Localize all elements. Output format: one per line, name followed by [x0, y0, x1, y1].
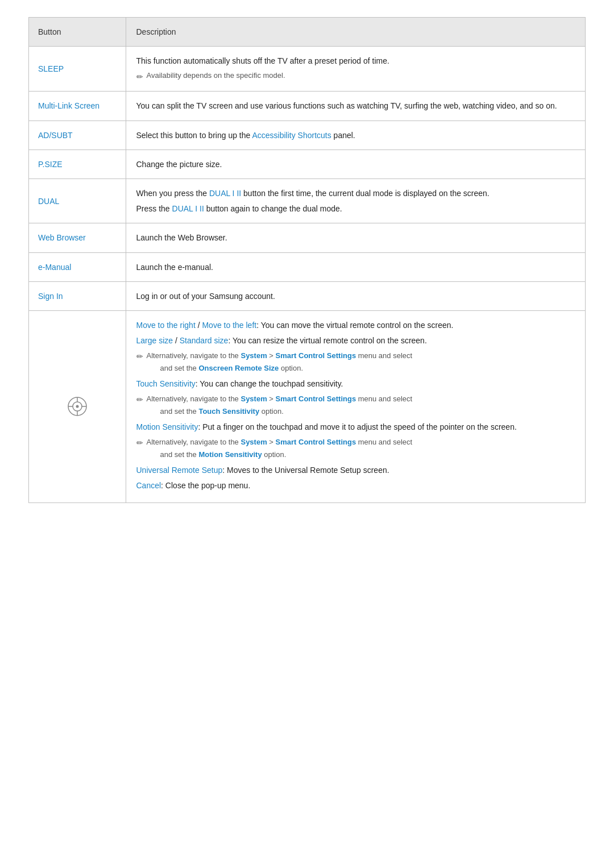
note-line-2: ✏ Alternatively, navigate to the System …: [136, 393, 575, 417]
touch-sensitivity-rest: : You can change the touchpad sensitivit…: [196, 379, 343, 388]
smart-control-link-3[interactable]: Smart Control Settings: [276, 438, 356, 446]
desc-multilink: You can split the TV screen and use vari…: [136, 99, 575, 112]
large-standard-size-line: Large size / Standard size: You can resi…: [136, 334, 575, 347]
button-label-sleep[interactable]: SLEEP: [38, 64, 64, 73]
button-label-webbrowser[interactable]: Web Browser: [38, 233, 86, 242]
desc-webbrowser: Launch the Web Browser.: [136, 231, 575, 244]
cancel-rest: : Close the pop-up menu.: [161, 481, 250, 490]
standard-size-link[interactable]: Standard size: [180, 336, 229, 345]
system-link-3[interactable]: System: [240, 438, 267, 446]
desc-sleep: This function automatically shuts off th…: [136, 55, 575, 83]
svg-point-2: [76, 405, 78, 408]
main-table: Button Description SLEEP This function a…: [28, 17, 586, 503]
touch-sensitivity-line: Touch Sensitivity: You can change the to…: [136, 377, 575, 391]
note-line-1: ✏ Alternatively, navigate to the System …: [136, 350, 575, 374]
desc-text-pre: Select this button to bring up the: [136, 131, 252, 140]
universal-remote-setup-rest: : Moves to the Universal Remote Setup sc…: [222, 466, 389, 475]
note-2-text: Alternatively, navigate to the System > …: [147, 393, 413, 417]
dual-ii-link-1[interactable]: DUAL I II: [209, 189, 241, 198]
note-1-indent: and set the Onscreen Remote Size option.: [160, 364, 304, 372]
note-1-text: Alternatively, navigate to the System > …: [147, 350, 413, 374]
desc-dual-line1: When you press the DUAL I II button the …: [136, 187, 575, 200]
desc-text: This function automatically shuts off th…: [136, 55, 575, 67]
desc-signin: Log in or out of your Samsung account.: [136, 290, 575, 302]
note-icon-3: ✏: [136, 437, 143, 450]
desc-dual-line2: Press the DUAL I II button again to chan…: [136, 202, 575, 215]
note-3-text: Alternatively, navigate to the System > …: [147, 436, 413, 460]
button-label-adsubt[interactable]: AD/SUBT: [38, 131, 73, 140]
move-right-link[interactable]: Move to the right: [136, 321, 196, 330]
note-2-indent: and set the Touch Sensitivity option.: [160, 407, 284, 416]
table-row: DUAL When you press the DUAL I II button…: [29, 179, 585, 223]
motion-sensitivity-option-link[interactable]: Motion Sensitivity: [198, 450, 262, 459]
table-row: Web Browser Launch the Web Browser.: [29, 223, 585, 252]
desc-text-post: panel.: [331, 131, 355, 140]
motion-sensitivity-link[interactable]: Motion Sensitivity: [136, 422, 198, 431]
motion-sensitivity-rest: : Put a finger on the touchpad and move …: [198, 422, 516, 431]
dual-ii-link-2[interactable]: DUAL I II: [172, 204, 204, 213]
move-line-rest: : You can move the virtual remote contro…: [256, 321, 453, 330]
touch-sensitivity-link[interactable]: Touch Sensitivity: [136, 379, 196, 388]
col-header-button: Button: [29, 18, 126, 47]
button-label-psize[interactable]: P.SIZE: [38, 160, 63, 169]
button-label-emanual[interactable]: e-Manual: [38, 263, 71, 272]
note-line-3: ✏ Alternatively, navigate to the System …: [136, 436, 575, 460]
slash-sep-1: /: [196, 321, 202, 330]
table-row: P.SIZE Change the picture size.: [29, 149, 585, 178]
large-size-link[interactable]: Large size: [136, 336, 173, 345]
move-right-left-line: Move to the right / Move to the left: Yo…: [136, 319, 575, 332]
desc-dual: When you press the DUAL I II button the …: [136, 187, 575, 215]
button-label-multilink[interactable]: Multi-Link Screen: [38, 101, 99, 110]
table-row: SLEEP This function automatically shuts …: [29, 47, 585, 92]
note-icon-1: ✏: [136, 350, 143, 363]
desc-emanual: Launch the e-manual.: [136, 261, 575, 273]
touch-sensitivity-option-link[interactable]: Touch Sensitivity: [198, 407, 259, 416]
onscreen-remote-size-link[interactable]: Onscreen Remote Size: [198, 364, 279, 372]
cancel-line: Cancel: Close the pop-up menu.: [136, 479, 575, 492]
slash-sep-2: /: [173, 336, 180, 345]
button-label-dual[interactable]: DUAL: [38, 197, 59, 206]
universal-remote-setup-line: Universal Remote Setup: Moves to the Uni…: [136, 464, 575, 477]
note-line: ✏ Availability depends on the specific m…: [136, 70, 575, 83]
note-text: Availability depends on the specific mod…: [147, 70, 285, 82]
table-row: Multi-Link Screen You can split the TV s…: [29, 92, 585, 121]
note-3-indent: and set the Motion Sensitivity option.: [160, 450, 287, 459]
universal-remote-setup-link[interactable]: Universal Remote Setup: [136, 466, 223, 475]
col-header-desc: Description: [126, 18, 585, 47]
system-link-1[interactable]: System: [240, 351, 267, 360]
table-row: e-Manual Launch the e-manual.: [29, 252, 585, 281]
table-row-icon: Move to the right / Move to the left: Yo…: [29, 311, 585, 503]
note-icon: ✏: [136, 70, 143, 83]
motion-sensitivity-line: Motion Sensitivity: Put a finger on the …: [136, 421, 575, 434]
smart-remote-icon: [66, 395, 89, 418]
desc-psize: Change the picture size.: [136, 158, 575, 171]
last-row-desc: Move to the right / Move to the left: Yo…: [136, 319, 575, 492]
system-link-2[interactable]: System: [240, 394, 267, 403]
cancel-link[interactable]: Cancel: [136, 481, 161, 490]
accessibility-shortcuts-link[interactable]: Accessibility Shortcuts: [252, 131, 331, 140]
button-label-signin[interactable]: Sign In: [38, 292, 63, 301]
table-row: Sign In Log in or out of your Samsung ac…: [29, 281, 585, 310]
size-line-rest: : You can resize the virtual remote cont…: [228, 336, 426, 345]
move-left-link[interactable]: Move to the left: [202, 321, 256, 330]
desc-adsubt: Select this button to bring up the Acces…: [136, 129, 575, 142]
smart-control-link-2[interactable]: Smart Control Settings: [276, 394, 356, 403]
note-icon-2: ✏: [136, 393, 143, 406]
table-row: AD/SUBT Select this button to bring up t…: [29, 121, 585, 149]
smart-control-link-1[interactable]: Smart Control Settings: [276, 351, 356, 360]
